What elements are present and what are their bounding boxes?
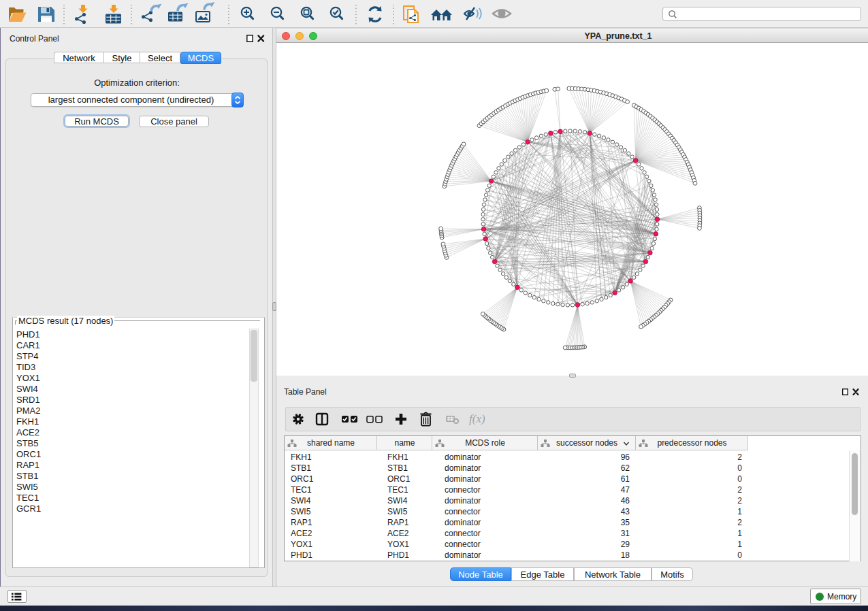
- svg-text:f(x): f(x): [469, 412, 485, 425]
